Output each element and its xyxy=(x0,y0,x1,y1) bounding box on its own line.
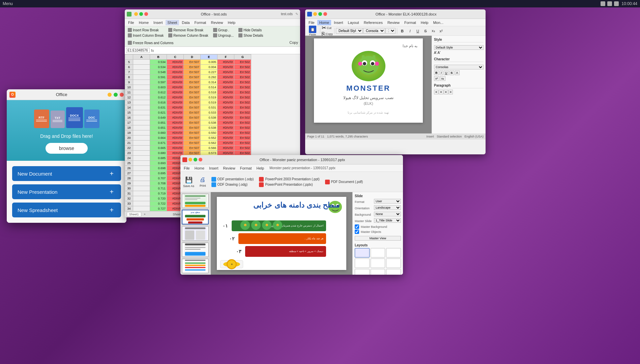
sw-cell-f[interactable]: #DIV/0! xyxy=(217,85,234,90)
sw-cell-a[interactable] xyxy=(133,90,150,95)
sw-cell-g[interactable]: Err:502 xyxy=(234,130,251,135)
sw-cell-d[interactable]: Err:507 xyxy=(184,90,201,95)
table-row[interactable]: 190.660#DIV/0!Err:5070.550#DIV/0!Err:502 xyxy=(125,130,251,135)
pres-maximize-btn[interactable] xyxy=(194,158,197,161)
pres-layout-9[interactable] xyxy=(386,269,401,275)
sw-cell-g[interactable]: Err:502 xyxy=(234,105,251,110)
pres-layout-2[interactable] xyxy=(371,248,385,257)
sw-cell-a[interactable] xyxy=(133,125,150,130)
table-row[interactable]: 210.671#DIV/0!Err:5070.562#DIV/0!Err:502 xyxy=(125,141,251,146)
pres-close-btn[interactable] xyxy=(199,158,202,161)
sw-cell-b[interactable]: 0.698 xyxy=(150,166,167,171)
sw-cell-d[interactable]: Err:507 xyxy=(184,130,201,135)
sw-cell-a[interactable] xyxy=(133,161,150,166)
wr-sub-btn[interactable]: x₂ xyxy=(430,27,437,35)
sw-cell-d[interactable]: Err:507 xyxy=(184,100,201,105)
sw-cell-a[interactable] xyxy=(133,100,150,105)
table-row[interactable]: 160.649#DIV/0!Err:5070.538#DIV/0!Err:502 xyxy=(125,115,251,120)
pres-layout-7[interactable] xyxy=(355,269,370,275)
sw-menu-insert[interactable]: Insert xyxy=(151,20,165,25)
sw-cell-d[interactable]: Err:507 xyxy=(184,146,201,151)
sw-menu-file[interactable]: File xyxy=(126,20,136,25)
sw-cell-e[interactable]: 0.562 xyxy=(201,141,217,146)
sw-cell-g[interactable]: Err:502 xyxy=(234,75,251,80)
sw-add-sheet-icon[interactable]: + xyxy=(144,213,146,216)
sw-cell-b[interactable]: 0.631 xyxy=(150,105,167,110)
sw-cell-c[interactable]: #DIV/0! xyxy=(167,90,184,95)
wr-maximize-btn[interactable] xyxy=(318,12,322,16)
sw-cell-b[interactable]: 0.612 xyxy=(150,95,167,100)
wr-style-select[interactable]: Default Style Heading 1 xyxy=(336,28,363,34)
wr-align-right-btn[interactable]: ≡ xyxy=(444,90,448,94)
pres-master-view-btn[interactable]: Master View xyxy=(355,236,401,241)
sw-cell-g[interactable]: Err:502 xyxy=(234,90,251,95)
wr-char-italic-btn[interactable]: I xyxy=(440,70,443,75)
sw-cell-g[interactable]: Err:502 xyxy=(234,100,251,105)
sw-ungroup-btn[interactable]: Ungroup... xyxy=(212,33,235,38)
sw-cell-b[interactable]: 0.534 xyxy=(150,65,167,70)
sw-cell-b[interactable]: 0.534 xyxy=(150,60,167,65)
pres-layout-5[interactable] xyxy=(371,259,385,268)
sw-cell-f[interactable]: #DIV/0! xyxy=(217,110,234,115)
sw-freeze-btn[interactable]: Freeze Rows and Columns xyxy=(127,40,175,45)
table-row[interactable]: 120.612#DIV/0!Err:5070.519#DIV/0!Err:502 xyxy=(125,95,251,100)
office-maximize-btn[interactable] xyxy=(114,93,118,97)
pres-thumb-1[interactable] xyxy=(182,193,209,208)
sw-menu-sheet[interactable]: Sheet xyxy=(166,20,179,25)
sw-cell-ref[interactable]: E1:E1048576 xyxy=(126,48,150,53)
table-row[interactable]: 60.534#DIV/0!Err:5070.004#DIV/0!Err:502 xyxy=(125,65,251,70)
sw-cell-b[interactable]: 0.660 xyxy=(150,130,167,135)
wr-align-center-btn[interactable]: ≡ xyxy=(439,90,443,94)
sw-cell-b[interactable]: 0.707 xyxy=(150,176,167,181)
sw-cell-b[interactable]: 0.651 xyxy=(150,125,167,130)
sw-cell-c[interactable]: #DIV/0! xyxy=(167,146,184,151)
sw-cell-f[interactable]: #DIV/0! xyxy=(217,125,234,130)
wr-align-justify-btn[interactable]: ≡ xyxy=(448,90,453,94)
pres-master-obj-check[interactable] xyxy=(355,230,359,234)
copy-label[interactable]: Copy xyxy=(289,40,298,44)
sw-cell-b[interactable]: 0.693 xyxy=(150,161,167,166)
sw-cell-b[interactable]: 0.719 xyxy=(150,191,167,196)
sw-cell-b[interactable]: 0.708 xyxy=(150,181,167,186)
sw-cell-g[interactable]: Err:502 xyxy=(234,85,251,90)
sw-cell-g[interactable]: Err:502 xyxy=(234,60,251,65)
sw-cell-b[interactable]: 0.649 xyxy=(150,115,167,120)
sw-cell-c[interactable]: #DIV/0! xyxy=(167,130,184,135)
table-row[interactable]: 220.665#DIV/0!Err:5070.566#DIV/0!Err:502 xyxy=(125,146,251,151)
sw-cell-b[interactable]: 0.722 xyxy=(150,201,167,206)
sw-cell-e[interactable]: 0.314 xyxy=(201,80,217,85)
sw-cell-e[interactable]: 0.538 xyxy=(201,120,217,125)
sw-cell-g[interactable]: Err:502 xyxy=(234,125,251,130)
sw-cell-f[interactable]: #DIV/0! xyxy=(217,115,234,120)
sw-cell-a[interactable] xyxy=(133,70,150,75)
sw-cell-a[interactable] xyxy=(133,130,150,135)
pres-format-ppt03[interactable]: PowerPoint 2003 Presentation (.ppt) xyxy=(259,177,319,182)
sw-cell-b[interactable]: 0.695 xyxy=(150,171,167,176)
pres-master-bg-check[interactable] xyxy=(355,224,359,229)
sw-cell-d[interactable]: Err:507 xyxy=(184,65,201,70)
pres-layout-6[interactable] xyxy=(386,259,401,268)
pres-thumb-2[interactable]: سطح بندی xyxy=(182,210,209,224)
new-presentation-btn[interactable]: New Presentation + xyxy=(12,184,121,199)
wr-char-sup-btn[interactable]: x₂ xyxy=(440,76,446,81)
sw-insert-row-break-btn[interactable]: Insert Row Break xyxy=(127,28,165,32)
sw-sheet-tab[interactable]: Sheet1 xyxy=(127,212,141,217)
wr-size-select[interactable]: 10 12 xyxy=(385,28,396,34)
sw-cell-b[interactable]: 0.651 xyxy=(150,120,167,125)
pres-format-pdf[interactable]: PDF Document (.pdf) xyxy=(325,180,363,184)
sw-cell-e[interactable]: 0.550 xyxy=(201,130,217,135)
sw-cell-a[interactable] xyxy=(133,181,150,186)
sw-cell-g[interactable]: Err:502 xyxy=(234,146,251,151)
sw-cell-d[interactable]: Err:507 xyxy=(184,95,201,100)
sw-cell-e[interactable]: 0.566 xyxy=(201,146,217,151)
sw-cell-e[interactable]: 0.518 xyxy=(201,90,217,95)
sw-cell-g[interactable]: Err:502 xyxy=(234,115,251,120)
wr-align-left-btn[interactable]: ≡ xyxy=(434,90,438,94)
wr-char-sub-btn[interactable]: x² xyxy=(434,76,439,81)
sw-cell-c[interactable]: #DIV/0! xyxy=(167,120,184,125)
browse-button[interactable]: browse xyxy=(46,143,88,154)
sw-cell-a[interactable] xyxy=(133,115,150,120)
sw-cell-a[interactable] xyxy=(133,105,150,110)
sw-cell-d[interactable]: Err:507 xyxy=(184,75,201,80)
sw-menu-review[interactable]: Review xyxy=(209,20,225,25)
